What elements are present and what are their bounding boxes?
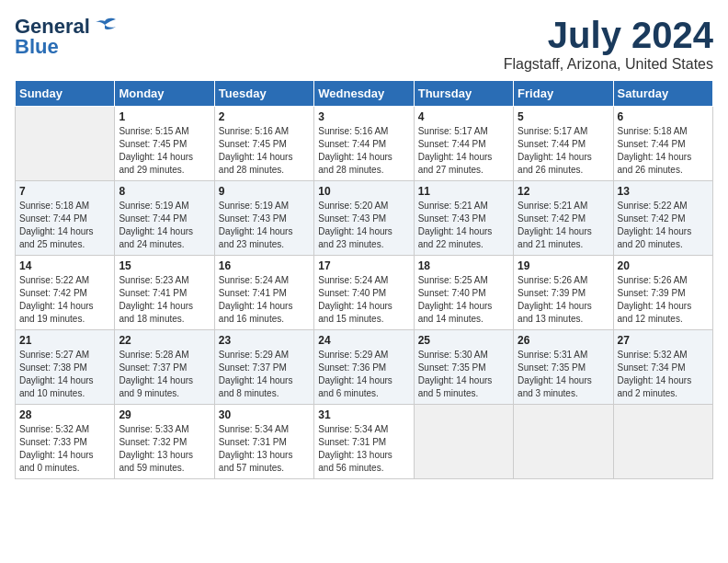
calendar-cell: 11Sunrise: 5:21 AM Sunset: 7:43 PM Dayli… [414,181,513,256]
calendar-cell: 17Sunrise: 5:24 AM Sunset: 7:40 PM Dayli… [314,256,414,330]
day-info: Sunrise: 5:21 AM Sunset: 7:42 PM Dayligh… [518,200,609,251]
day-info: Sunrise: 5:24 AM Sunset: 7:40 PM Dayligh… [318,274,409,326]
day-number: 16 [219,259,310,272]
day-info: Sunrise: 5:28 AM Sunset: 7:37 PM Dayligh… [119,349,210,400]
day-number: 26 [518,334,609,347]
day-header-friday: Friday [514,81,613,107]
day-info: Sunrise: 5:24 AM Sunset: 7:41 PM Dayligh… [219,274,310,326]
day-info: Sunrise: 5:34 AM Sunset: 7:31 PM Dayligh… [219,423,310,475]
logo: General Blue [15,15,118,59]
day-number: 3 [318,110,409,123]
day-info: Sunrise: 5:21 AM Sunset: 7:43 PM Dayligh… [418,200,509,251]
logo-blue-text: Blue [15,35,59,59]
title-area: July 2024 Flagstaff, Arizona, United Sta… [504,15,713,73]
calendar-cell [16,107,115,181]
week-row-5: 28Sunrise: 5:32 AM Sunset: 7:33 PM Dayli… [16,405,713,479]
header: General Blue July 2024 Flagstaff, Arizon… [15,15,713,73]
calendar-cell: 29Sunrise: 5:33 AM Sunset: 7:32 PM Dayli… [115,405,214,479]
day-info: Sunrise: 5:26 AM Sunset: 7:39 PM Dayligh… [518,274,609,326]
day-info: Sunrise: 5:31 AM Sunset: 7:35 PM Dayligh… [518,349,609,400]
day-info: Sunrise: 5:29 AM Sunset: 7:37 PM Dayligh… [219,349,310,400]
day-number: 10 [318,185,409,198]
calendar-cell: 5Sunrise: 5:17 AM Sunset: 7:44 PM Daylig… [514,107,613,181]
day-number: 15 [119,259,210,272]
day-number: 24 [318,334,409,347]
calendar-cell: 18Sunrise: 5:25 AM Sunset: 7:40 PM Dayli… [414,256,513,330]
day-number: 18 [418,259,509,272]
day-number: 17 [318,259,409,272]
day-info: Sunrise: 5:16 AM Sunset: 7:44 PM Dayligh… [318,125,409,177]
day-number: 27 [618,334,709,347]
week-row-4: 21Sunrise: 5:27 AM Sunset: 7:38 PM Dayli… [16,330,713,405]
logo-bird-icon [92,17,118,36]
calendar-cell: 13Sunrise: 5:22 AM Sunset: 7:42 PM Dayli… [613,181,712,256]
calendar-cell: 27Sunrise: 5:32 AM Sunset: 7:34 PM Dayli… [613,330,712,405]
day-number: 8 [119,185,210,198]
day-number: 12 [518,185,609,198]
week-row-1: 1Sunrise: 5:15 AM Sunset: 7:45 PM Daylig… [16,107,713,181]
calendar-cell: 22Sunrise: 5:28 AM Sunset: 7:37 PM Dayli… [115,330,214,405]
day-info: Sunrise: 5:19 AM Sunset: 7:44 PM Dayligh… [119,200,210,251]
calendar-cell: 4Sunrise: 5:17 AM Sunset: 7:44 PM Daylig… [414,107,513,181]
day-number: 25 [418,334,509,347]
week-row-2: 7Sunrise: 5:18 AM Sunset: 7:44 PM Daylig… [16,181,713,256]
day-info: Sunrise: 5:34 AM Sunset: 7:31 PM Dayligh… [318,423,409,475]
day-number: 19 [518,259,609,272]
day-number: 31 [318,408,409,421]
day-info: Sunrise: 5:32 AM Sunset: 7:34 PM Dayligh… [618,349,709,400]
calendar-cell: 15Sunrise: 5:23 AM Sunset: 7:41 PM Dayli… [115,256,214,330]
day-info: Sunrise: 5:22 AM Sunset: 7:42 PM Dayligh… [19,274,110,326]
day-info: Sunrise: 5:17 AM Sunset: 7:44 PM Dayligh… [418,125,509,177]
day-info: Sunrise: 5:30 AM Sunset: 7:35 PM Dayligh… [418,349,509,400]
calendar-cell: 12Sunrise: 5:21 AM Sunset: 7:42 PM Dayli… [514,181,613,256]
calendar-cell: 6Sunrise: 5:18 AM Sunset: 7:44 PM Daylig… [613,107,712,181]
day-info: Sunrise: 5:25 AM Sunset: 7:40 PM Dayligh… [418,274,509,326]
calendar-cell: 28Sunrise: 5:32 AM Sunset: 7:33 PM Dayli… [16,405,115,479]
calendar-cell: 24Sunrise: 5:29 AM Sunset: 7:36 PM Dayli… [314,330,414,405]
day-info: Sunrise: 5:16 AM Sunset: 7:45 PM Dayligh… [219,125,310,177]
calendar-cell: 25Sunrise: 5:30 AM Sunset: 7:35 PM Dayli… [414,330,513,405]
calendar-cell: 1Sunrise: 5:15 AM Sunset: 7:45 PM Daylig… [115,107,214,181]
calendar-cell: 2Sunrise: 5:16 AM Sunset: 7:45 PM Daylig… [214,107,313,181]
day-header-tuesday: Tuesday [214,81,313,107]
calendar-table: SundayMondayTuesdayWednesdayThursdayFrid… [15,80,713,479]
day-header-monday: Monday [115,81,214,107]
day-info: Sunrise: 5:18 AM Sunset: 7:44 PM Dayligh… [19,200,110,251]
day-number: 9 [219,185,310,198]
day-number: 5 [518,110,609,123]
calendar-cell: 10Sunrise: 5:20 AM Sunset: 7:43 PM Dayli… [314,181,414,256]
day-header-sunday: Sunday [16,81,115,107]
day-number: 4 [418,110,509,123]
day-header-saturday: Saturday [613,81,712,107]
day-header-thursday: Thursday [414,81,513,107]
calendar-cell: 31Sunrise: 5:34 AM Sunset: 7:31 PM Dayli… [314,405,414,479]
calendar-cell: 16Sunrise: 5:24 AM Sunset: 7:41 PM Dayli… [214,256,313,330]
calendar-header-row: SundayMondayTuesdayWednesdayThursdayFrid… [16,81,713,107]
calendar-cell: 21Sunrise: 5:27 AM Sunset: 7:38 PM Dayli… [16,330,115,405]
day-number: 6 [618,110,709,123]
day-info: Sunrise: 5:20 AM Sunset: 7:43 PM Dayligh… [318,200,409,251]
calendar-cell: 19Sunrise: 5:26 AM Sunset: 7:39 PM Dayli… [514,256,613,330]
day-info: Sunrise: 5:15 AM Sunset: 7:45 PM Dayligh… [119,125,210,177]
day-number: 29 [119,408,210,421]
calendar-cell: 14Sunrise: 5:22 AM Sunset: 7:42 PM Dayli… [16,256,115,330]
calendar-cell: 8Sunrise: 5:19 AM Sunset: 7:44 PM Daylig… [115,181,214,256]
calendar-cell: 3Sunrise: 5:16 AM Sunset: 7:44 PM Daylig… [314,107,414,181]
day-number: 20 [618,259,709,272]
day-info: Sunrise: 5:32 AM Sunset: 7:33 PM Dayligh… [19,423,110,475]
day-info: Sunrise: 5:33 AM Sunset: 7:32 PM Dayligh… [119,423,210,475]
day-number: 1 [119,110,210,123]
day-number: 11 [418,185,509,198]
day-number: 2 [219,110,310,123]
day-info: Sunrise: 5:19 AM Sunset: 7:43 PM Dayligh… [219,200,310,251]
calendar-cell [613,405,712,479]
calendar-cell: 20Sunrise: 5:26 AM Sunset: 7:39 PM Dayli… [613,256,712,330]
day-number: 23 [219,334,310,347]
week-row-3: 14Sunrise: 5:22 AM Sunset: 7:42 PM Dayli… [16,256,713,330]
calendar-subtitle: Flagstaff, Arizona, United States [504,56,713,73]
day-info: Sunrise: 5:18 AM Sunset: 7:44 PM Dayligh… [618,125,709,177]
day-info: Sunrise: 5:27 AM Sunset: 7:38 PM Dayligh… [19,349,110,400]
day-number: 28 [19,408,110,421]
calendar-cell [414,405,513,479]
calendar-title: July 2024 [504,15,713,56]
